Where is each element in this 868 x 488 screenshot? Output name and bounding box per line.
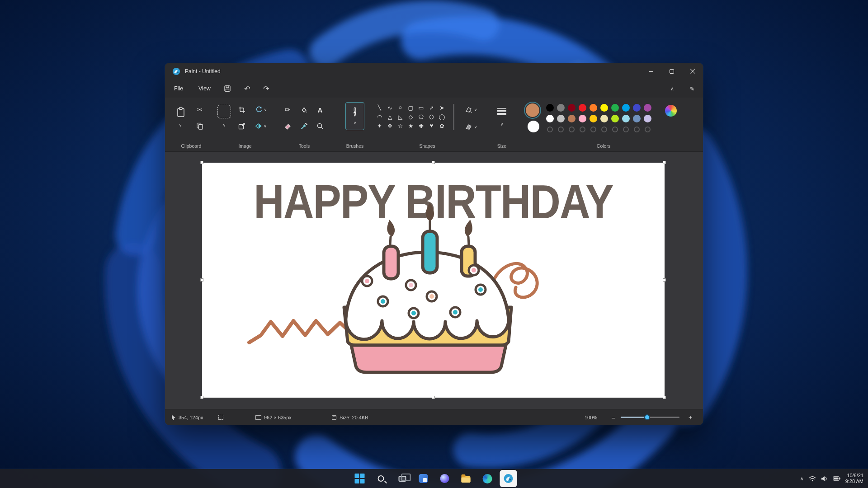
palette-color-#99d9ea[interactable] [622,115,630,122]
fill-tool-button[interactable] [297,104,311,116]
shape-tool-4[interactable]: ▭ [416,103,426,112]
palette-color-#a349a4[interactable] [644,104,651,112]
battery-button[interactable] [833,476,840,481]
palette-color-#b97a57[interactable] [568,115,576,122]
palette-color-#fff200[interactable] [600,104,608,112]
shape-tool-5[interactable]: ➚ [426,103,437,112]
brushes-button[interactable]: ∨ [345,102,364,130]
edge-button[interactable] [479,470,496,487]
palette-custom-slot-6[interactable] [612,127,618,132]
select-button[interactable] [216,103,233,120]
shape-tool-6[interactable]: ➤ [437,103,447,112]
close-button[interactable] [682,63,703,80]
palette-color-#22b14c[interactable] [611,104,619,112]
titlebar[interactable]: Paint - Untitled [165,63,703,80]
resize-button[interactable] [236,120,248,132]
palette-color-#000000[interactable] [546,104,554,112]
palette-color-#ed1c24[interactable] [579,104,586,112]
crop-button[interactable] [236,104,248,116]
paint-canvas[interactable]: HAPPY BIRTHDAY [202,163,665,398]
resize-handle-mid-left[interactable] [200,278,203,282]
zoom-out-button[interactable]: – [609,409,618,425]
palette-custom-slot-4[interactable] [590,127,596,132]
text-tool-button[interactable]: A [313,104,327,116]
palette-color-#ffaec9[interactable] [579,115,586,122]
palette-color-#b5e61d[interactable] [611,115,619,122]
collapse-ribbon-button[interactable]: ∧ [665,83,679,94]
paste-dropdown[interactable]: ∨ [176,122,185,128]
shape-tool-12[interactable]: ⬡ [426,112,437,121]
shape-tool-2[interactable]: ○ [395,103,406,112]
palette-color-#efe4b0[interactable] [600,115,608,122]
eraser-tool-button[interactable] [281,120,294,132]
palette-custom-slot-8[interactable] [634,127,640,132]
paint-taskbar-button[interactable] [500,470,517,487]
flip-button[interactable]: ∨ [251,120,271,132]
shapes-scrollbar[interactable] [453,104,454,130]
palette-color-#ffffff[interactable] [546,115,554,122]
select-dropdown[interactable]: ∨ [220,122,229,128]
shape-outline-button[interactable]: ∨ [461,104,481,116]
palette-color-#ffc90e[interactable] [590,115,597,122]
palette-color-#c8bfe7[interactable] [644,115,651,122]
cortana-button[interactable] [436,470,453,487]
resize-handle-top-right[interactable] [663,161,666,164]
size-dropdown[interactable]: ∨ [497,121,506,127]
copy-button[interactable] [193,120,207,132]
undo-button[interactable]: ↶ [240,83,255,94]
palette-custom-slot-9[interactable] [645,127,651,132]
wifi-button[interactable] [809,476,816,482]
hidden-icons-button[interactable]: ∧ [800,476,804,482]
shape-tool-11[interactable]: ⬠ [416,112,426,121]
palette-custom-slot-2[interactable] [569,127,575,132]
color1-swatch[interactable] [526,103,539,117]
shape-tool-9[interactable]: ◺ [395,112,406,121]
volume-button[interactable] [821,476,828,482]
palette-custom-slot-5[interactable] [601,127,607,132]
resize-handle-bottom-left[interactable] [200,396,203,399]
shape-tool-1[interactable]: ∿ [385,103,395,112]
minimize-button[interactable] [641,63,661,80]
task-view-button[interactable] [394,470,411,487]
palette-color-#7f7f7f[interactable] [557,104,565,112]
resize-handle-top-left[interactable] [200,161,203,164]
shape-tool-16[interactable]: ☆ [395,121,406,130]
resize-handle-bottom-center[interactable] [432,396,435,399]
color-picker-tool-button[interactable] [297,120,311,132]
shape-tool-17[interactable]: ★ [406,121,416,130]
editor-mode-button[interactable]: ✎ [685,83,699,94]
shape-tool-15[interactable]: ❖ [385,121,395,130]
palette-custom-slot-0[interactable] [547,127,553,132]
palette-color-#00a2e8[interactable] [622,104,630,112]
shape-tool-19[interactable]: ♥ [426,121,437,130]
shape-tool-3[interactable]: ▢ [406,103,416,112]
resize-handle-mid-right[interactable] [663,278,666,282]
maximize-button[interactable] [661,63,682,80]
pencil-tool-button[interactable]: ✏ [281,104,294,116]
shape-fill-button[interactable]: ∨ [461,121,481,133]
zoom-slider-thumb[interactable] [644,414,650,420]
palette-custom-slot-7[interactable] [623,127,629,132]
rotate-button[interactable]: ∨ [251,104,271,116]
redo-button[interactable]: ↷ [259,83,274,94]
palette-color-#c3c3c3[interactable] [557,115,565,122]
palette-color-#880015[interactable] [568,104,576,112]
cut-button[interactable]: ✂ [193,104,207,116]
edit-colors-button[interactable] [665,105,677,117]
size-button[interactable] [494,105,509,117]
shape-tool-8[interactable]: △ [385,112,395,121]
palette-color-#7092be[interactable] [633,115,641,122]
shape-tool-10[interactable]: ◇ [406,112,416,121]
color2-swatch[interactable] [528,121,539,132]
palette-custom-slot-1[interactable] [558,127,564,132]
widgets-button[interactable] [415,470,432,487]
palette-color-#ff7f27[interactable] [590,104,597,112]
shape-tool-18[interactable]: ✚ [416,121,426,130]
save-button[interactable] [220,83,235,94]
start-button[interactable] [351,470,368,487]
zoom-slider[interactable] [621,417,679,418]
palette-color-#3f48cc[interactable] [633,104,641,112]
file-explorer-button[interactable] [458,470,475,487]
zoom-in-button[interactable]: + [686,409,695,425]
menu-file[interactable]: File [169,83,189,94]
